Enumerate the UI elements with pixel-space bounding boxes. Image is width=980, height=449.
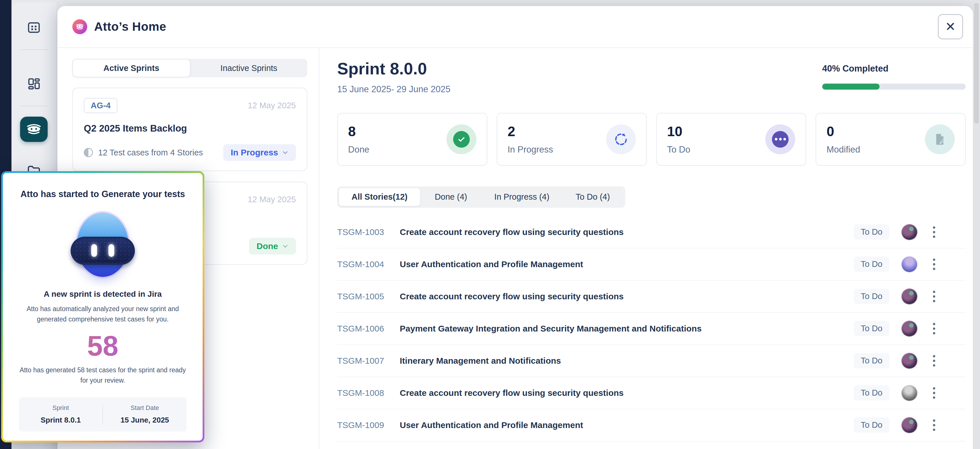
progress-label: 40% Completed: [822, 64, 966, 74]
avatar: [901, 224, 918, 240]
ellipsis-icon: [765, 125, 795, 154]
start-date-label: Start Date: [103, 404, 186, 412]
popup-description-2: Atto has generated 58 test cases for the…: [17, 365, 189, 385]
pie-chart-icon: [84, 148, 93, 157]
stat-card-modified: 0 Modified: [816, 113, 966, 166]
sidebar-divider: [20, 106, 48, 106]
story-list: TSGM-1003 Create account recovery flow u…: [337, 216, 966, 441]
avatar: [901, 256, 918, 272]
sprint-date-range: 15 June 2025- 29 June 2025: [337, 84, 450, 94]
status-badge: To Do: [854, 353, 889, 368]
stat-card-done: 8 Done: [337, 113, 487, 166]
sprint-status-dropdown[interactable]: In Progress: [223, 144, 296, 161]
close-button[interactable]: ✕: [938, 14, 963, 39]
scrollbar[interactable]: [973, 0, 980, 449]
story-filter-tabs: All Stories(12) Done (4) In Progress (4)…: [337, 187, 625, 208]
story-row[interactable]: TSGM-1007 Itinerary Management and Notif…: [337, 345, 966, 377]
start-date-value: 15 June, 2025: [103, 415, 186, 425]
story-row[interactable]: TSGM-1006 Payment Gateway Integration an…: [337, 313, 966, 345]
sidebar-divider: [20, 50, 48, 50]
page-title: Atto’s Home: [94, 20, 166, 34]
sprint-date: 12 May 2025: [248, 195, 296, 204]
chevron-down-icon: [282, 243, 288, 249]
avatar: [901, 385, 918, 401]
stat-card-in-progress: 2 In Progress: [497, 113, 647, 166]
status-badge: To Do: [854, 289, 889, 304]
sprint-tabs: Active Sprints Inactive Sprints: [72, 59, 307, 77]
kebab-menu-icon[interactable]: [931, 353, 937, 368]
tab-inactive-sprints[interactable]: Inactive Sprints: [191, 59, 308, 77]
avatar: [901, 353, 918, 369]
avatar: [901, 288, 918, 305]
sprint-progress: 40% Completed: [822, 59, 966, 89]
sprint-meta: 12 Test cases from 4 Stories: [98, 148, 203, 157]
story-row[interactable]: TSGM-1003 Create account recovery flow u…: [337, 216, 966, 248]
atto-logo-icon: [72, 19, 87, 34]
avatar: [901, 321, 918, 337]
tab-in-progress[interactable]: In Progress (4): [482, 188, 562, 206]
stat-card-todo: 10 To Do: [656, 113, 807, 166]
status-badge: To Do: [854, 257, 889, 272]
document-edit-icon: [925, 125, 955, 154]
sprint-value: Sprint 8.0.1: [19, 415, 102, 425]
tab-all-stories[interactable]: All Stories(12): [339, 188, 420, 206]
refresh-icon: [606, 125, 636, 154]
sprint-key-badge: AG-4: [84, 98, 118, 113]
story-row[interactable]: TSGM-1005 Create account recovery flow u…: [337, 281, 966, 313]
boards-icon[interactable]: [20, 70, 48, 97]
atto-generation-popup: Atto has started to Generate your tests …: [1, 171, 204, 443]
status-badge: To Do: [854, 417, 889, 433]
kebab-menu-icon[interactable]: [931, 385, 937, 401]
kebab-menu-icon[interactable]: [931, 225, 937, 240]
sprint-card-title: Q2 2025 Items Backlog: [84, 123, 296, 134]
sprint-title: Sprint 8.0.0: [337, 59, 450, 78]
avatar: [901, 417, 918, 433]
sprint-status-dropdown[interactable]: Done: [249, 238, 296, 254]
tab-to-do[interactable]: To Do (4): [562, 188, 624, 206]
close-icon: ✕: [945, 21, 956, 33]
sidebar-item-atto-active[interactable]: [20, 117, 48, 142]
sprint-detail: Sprint 8.0.0 15 June 2025- 29 June 2025 …: [320, 48, 973, 449]
sprint-card[interactable]: AG-4 12 May 2025 Q2 2025 Items Backlog 1…: [72, 88, 307, 171]
status-badge: To Do: [854, 385, 889, 401]
sprint-date: 12 May 2025: [248, 101, 296, 110]
popup-meta: Sprint Sprint 8.0.1 Start Date 15 June, …: [19, 397, 186, 431]
chevron-down-icon: [282, 149, 288, 156]
progress-bar-fill: [822, 84, 880, 89]
kebab-menu-icon[interactable]: [931, 289, 937, 304]
story-row[interactable]: TSGM-1009 User Authentication and Profil…: [337, 409, 966, 441]
modal-header: Atto’s Home ✕: [57, 6, 973, 48]
done-check-icon: [447, 125, 476, 154]
popup-title: Atto has started to Generate your tests: [13, 189, 193, 199]
tab-done[interactable]: Done (4): [420, 188, 482, 206]
atto-robot-illustration: [75, 213, 131, 277]
tab-active-sprints[interactable]: Active Sprints: [72, 59, 191, 77]
popup-description: Atto has automatically analyzed your new…: [17, 304, 189, 324]
status-badge: To Do: [854, 321, 889, 336]
story-row[interactable]: TSGM-1004 User Authentication and Profil…: [337, 248, 966, 281]
kebab-menu-icon[interactable]: [931, 257, 937, 272]
apps-icon[interactable]: [20, 14, 48, 42]
popup-subtitle: A new sprint is detected in Jira: [13, 289, 193, 299]
stats-row: 8 Done 2 In Progress: [337, 113, 966, 166]
sprint-label: Sprint: [19, 404, 102, 412]
progress-bar: [822, 84, 966, 89]
kebab-menu-icon[interactable]: [931, 418, 937, 433]
status-badge: To Do: [854, 224, 889, 240]
test-case-count: 58: [13, 332, 193, 360]
atto-bot-icon: [26, 123, 42, 135]
screen: Atto’s Home ✕ Active Sprints Inactive Sp…: [0, 0, 980, 449]
story-row[interactable]: TSGM-1008 Create account recovery flow u…: [337, 377, 966, 409]
kebab-menu-icon[interactable]: [931, 321, 937, 336]
